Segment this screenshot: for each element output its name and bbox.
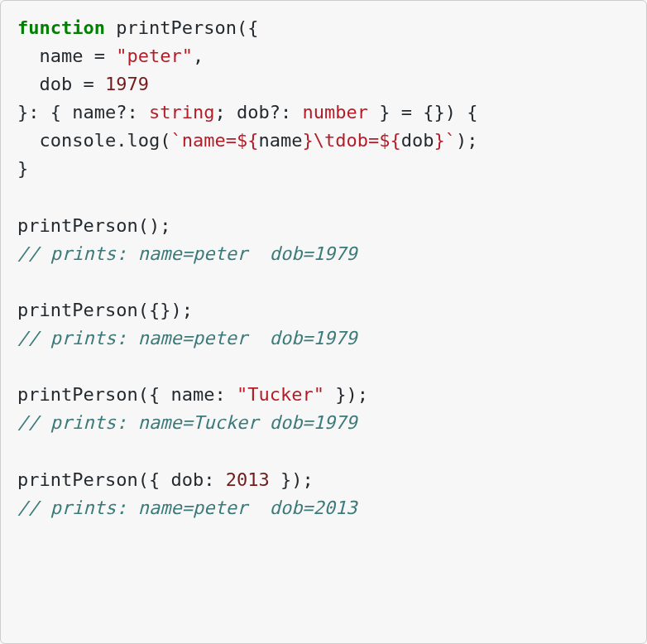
paren-close: ); xyxy=(456,130,478,151)
comma: , xyxy=(193,46,204,66)
function-name: printPerson xyxy=(116,17,237,38)
comment-4: // prints: name=peter dob=2013 xyxy=(17,497,357,518)
string-literal: "peter" xyxy=(116,46,193,66)
call-3-post: }); xyxy=(324,384,368,405)
log-method: log xyxy=(127,130,160,151)
interp-var: dob xyxy=(401,130,434,151)
escape-tab: \t xyxy=(314,130,336,151)
number-literal: 1979 xyxy=(105,74,149,94)
interp-open: ${ xyxy=(379,130,401,151)
param-name: name xyxy=(40,46,84,66)
call-4-number: 2013 xyxy=(226,469,270,490)
indent xyxy=(17,130,40,151)
call-4-key: dob xyxy=(170,469,204,490)
comment-3: // prints: name=Tucker dob=1979 xyxy=(17,412,357,433)
optional: ?: xyxy=(270,102,303,123)
interp-open: ${ xyxy=(237,130,259,151)
paren-open: ( xyxy=(160,130,170,151)
call-4-pre: printPerson({ xyxy=(17,469,170,490)
punct: ({ xyxy=(237,17,259,38)
call-3-key: name xyxy=(170,384,214,405)
brace-close: } xyxy=(17,158,28,179)
param-dob: dob xyxy=(40,74,73,94)
dot: . xyxy=(116,130,127,151)
call-2: printPerson({}); xyxy=(17,300,193,320)
type-key: dob xyxy=(237,102,270,123)
equals: = xyxy=(72,74,105,94)
code-block: function printPerson({ name = "peter", d… xyxy=(0,0,647,644)
indent xyxy=(17,74,40,94)
optional: ?: xyxy=(116,102,149,123)
type-number: number xyxy=(302,102,367,123)
punct: }: { xyxy=(17,102,72,123)
equals: = xyxy=(83,46,116,66)
interp-close: } xyxy=(302,130,313,151)
call-4-post: }); xyxy=(270,469,314,490)
console: console xyxy=(40,130,117,151)
template-text: name= xyxy=(182,130,237,151)
call-3-string: "Tucker" xyxy=(237,384,324,405)
sep: ; xyxy=(214,102,237,123)
comment-2: // prints: name=peter dob=1979 xyxy=(17,328,357,348)
indent xyxy=(17,46,40,66)
interp-var: name xyxy=(258,130,302,151)
type-key: name xyxy=(72,102,116,123)
comment-1: // prints: name=peter dob=1979 xyxy=(17,243,357,264)
backtick: ` xyxy=(170,130,181,151)
punct: } = {}) { xyxy=(368,102,477,123)
backtick: ` xyxy=(445,130,456,151)
type-string: string xyxy=(149,102,214,123)
code-content: function printPerson({ name = "peter", d… xyxy=(17,14,630,522)
interp-close: } xyxy=(434,130,444,151)
call-1: printPerson(); xyxy=(17,215,170,236)
colon: : xyxy=(214,384,237,405)
colon: : xyxy=(204,469,226,490)
template-text: dob= xyxy=(335,130,379,151)
space xyxy=(105,17,116,38)
keyword-function: function xyxy=(17,17,105,38)
call-3-pre: printPerson({ xyxy=(17,384,170,405)
